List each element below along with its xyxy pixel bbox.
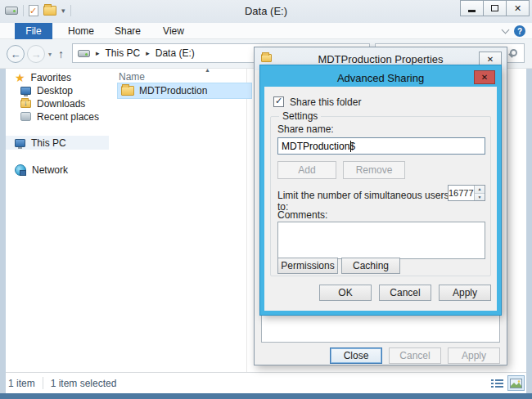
advanced-sharing-dialog: Advanced Sharing ✕ ✓ Share this folder S…	[260, 65, 501, 315]
minimize-icon	[468, 10, 476, 12]
sharing-apply-button[interactable]: Apply	[439, 285, 491, 301]
file-name: MDTProduction	[139, 85, 207, 96]
item-count: 1 item	[8, 378, 35, 389]
share-name-label: Share name:	[277, 123, 334, 135]
selection-count: 1 item selected	[51, 378, 117, 389]
caching-button[interactable]: Caching	[341, 258, 400, 274]
desktop-icon	[20, 87, 31, 95]
drive-icon	[78, 50, 90, 57]
breadcrumb-arrow-icon[interactable]: ▸	[96, 49, 100, 57]
sidebar-item-desktop[interactable]: Desktop	[6, 83, 109, 97]
tab-home[interactable]: Home	[62, 23, 100, 39]
tab-file[interactable]: File	[15, 23, 52, 39]
breadcrumb-this-pc[interactable]: This PC	[106, 47, 141, 59]
sidebar-item-favorites[interactable]: ★ Favorites	[6, 70, 109, 84]
titlebar: ✓ ▾ Data (E:) ✕	[0, 0, 532, 23]
sidebar-item-recent-places[interactable]: Recent places	[6, 110, 109, 123]
user-limit-spinner: 16777 ▲ ▼	[448, 185, 485, 201]
properties-cancel-button: Cancel	[389, 347, 441, 364]
sidebar-label: This PC	[31, 137, 66, 149]
sharing-cancel-button[interactable]: Cancel	[379, 285, 431, 301]
tab-share[interactable]: Share	[108, 23, 147, 39]
status-bar: 1 item 1 item selected	[0, 372, 532, 393]
sharing-close-button[interactable]: ✕	[474, 70, 495, 84]
sidebar-item-this-pc[interactable]: This PC	[6, 136, 109, 150]
maximize-button[interactable]	[483, 0, 507, 16]
view-switcher	[489, 376, 524, 390]
search-icon	[510, 49, 517, 56]
recent-locations-icon[interactable]: ▾	[48, 51, 52, 58]
permissions-button[interactable]: Permissions	[277, 258, 338, 274]
sidebar-label: Desktop	[37, 85, 73, 96]
share-this-folder-checkbox[interactable]: ✓	[273, 96, 284, 107]
window-title: Data (E:)	[0, 5, 532, 17]
remove-button: Remove	[343, 161, 405, 179]
sidebar-label: Downloads	[37, 98, 85, 110]
spinner-buttons: ▲ ▼	[474, 186, 485, 200]
ok-button[interactable]: OK	[319, 285, 372, 301]
details-view-button[interactable]	[489, 376, 505, 390]
spinner-down-icon[interactable]: ▼	[475, 194, 485, 201]
comments-label: Comments:	[277, 209, 327, 221]
sharing-dialog-buttons: OK Cancel Apply	[319, 285, 491, 301]
navigation-pane: ★ Favorites Desktop ↓ Downloads Recent p…	[6, 69, 109, 372]
comments-textarea[interactable]	[277, 222, 485, 259]
share-this-folder-label: Share this folder	[290, 96, 361, 108]
column-separator	[246, 69, 247, 372]
window-frame-bottom	[0, 393, 532, 399]
folder-icon	[121, 86, 134, 96]
back-button[interactable]: ←	[7, 45, 25, 63]
sharing-dialog-title: Advanced Sharing	[264, 69, 497, 87]
status-separator	[43, 377, 43, 389]
caption-buttons: ✕	[461, 0, 530, 16]
sidebar-label: Favorites	[31, 72, 71, 83]
spinner-up-icon[interactable]: ▲	[475, 186, 485, 194]
share-name-input[interactable]	[277, 137, 485, 155]
user-limit-value[interactable]: 16777	[449, 186, 474, 200]
this-pc-icon	[15, 139, 25, 147]
ribbon-tab-bar: File Home Share View ?	[0, 23, 532, 39]
settings-group-label: Settings	[279, 110, 321, 122]
sidebar-label: Network	[32, 164, 68, 176]
minimize-button[interactable]	[460, 0, 484, 16]
checkmark-icon: ✓	[275, 96, 282, 105]
window-frame-right	[526, 69, 532, 393]
details-view-icon	[491, 379, 503, 388]
breadcrumb-arrow-icon[interactable]: ▸	[146, 49, 150, 57]
close-icon: ✕	[487, 55, 494, 64]
settings-group: Settings Share name: Add Remove Limit th…	[270, 116, 491, 276]
folder-icon	[261, 54, 272, 62]
sidebar-label: Recent places	[37, 111, 99, 123]
maximize-icon	[491, 5, 498, 11]
thumbnail-view-icon	[510, 379, 522, 388]
properties-apply-button: Apply	[448, 347, 500, 364]
file-row-mdtproduction[interactable]: MDTProduction	[117, 83, 252, 99]
help-icon[interactable]: ?	[514, 25, 525, 37]
up-button[interactable]: ↑	[58, 47, 64, 61]
network-icon	[15, 164, 26, 176]
properties-close-button[interactable]: ✕	[479, 52, 502, 66]
text-caret	[350, 141, 351, 152]
breadcrumb-data-e[interactable]: Data (E:)	[156, 47, 195, 59]
window-frame-left	[0, 69, 6, 393]
column-header-name[interactable]: Name	[119, 71, 145, 83]
sidebar-item-downloads[interactable]: ↓ Downloads	[6, 96, 109, 110]
explorer-window: ✓ ▾ Data (E:) ✕ File Home Share View ? ←…	[0, 0, 532, 399]
ribbon-expand-icon[interactable]	[502, 27, 508, 34]
properties-dialog-title: MDTProduction Properties	[318, 53, 443, 65]
tab-view[interactable]: View	[156, 23, 192, 39]
close-icon: ✕	[514, 4, 521, 13]
close-button[interactable]: ✕	[506, 0, 530, 16]
downloads-icon: ↓	[20, 100, 31, 108]
favorites-star-icon: ★	[15, 72, 25, 83]
close-icon: ✕	[481, 73, 488, 82]
properties-dialog-buttons: Close Cancel Apply	[330, 347, 500, 364]
sort-ascending-icon: ▲	[205, 67, 210, 73]
download-arrow-icon: ↓	[24, 99, 28, 107]
forward-button[interactable]: →	[27, 45, 45, 63]
add-button: Add	[277, 161, 336, 179]
thumbnail-view-button[interactable]	[508, 376, 524, 390]
properties-close-action-button[interactable]: Close	[330, 347, 382, 364]
sidebar-item-network[interactable]: Network	[6, 163, 109, 177]
recent-places-icon	[20, 112, 31, 121]
